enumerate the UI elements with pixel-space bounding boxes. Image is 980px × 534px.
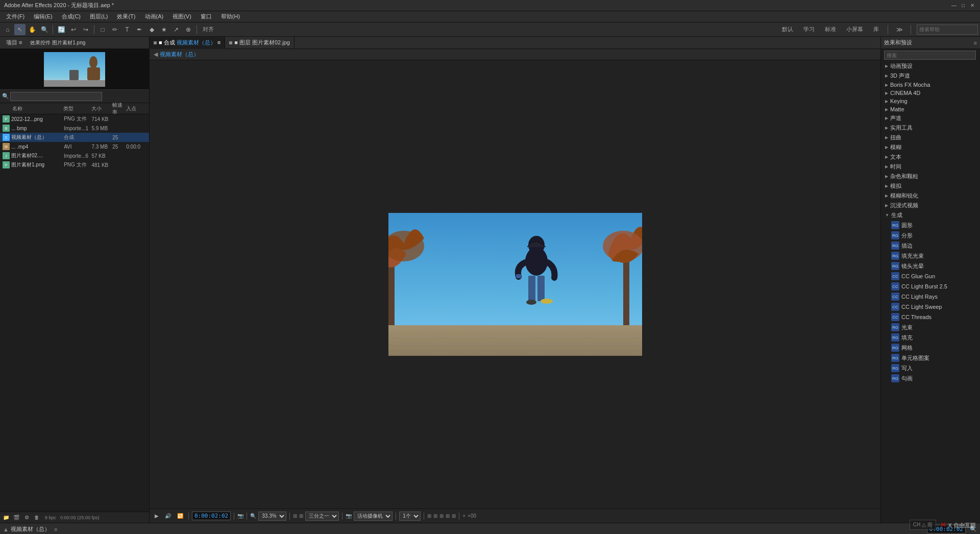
- camera-select[interactable]: 活动摄像机: [354, 512, 393, 521]
- effects-item-10[interactable]: RG 光束: [881, 322, 980, 332]
- watermark: CH △ 面 ✕ X 自由互联: [910, 520, 976, 530]
- redo-tool[interactable]: ↪: [80, 24, 91, 35]
- home-tool[interactable]: ⌂: [2, 24, 13, 35]
- workspace-small[interactable]: 小屏幕: [843, 26, 866, 33]
- menu-file[interactable]: 文件(F): [2, 12, 29, 21]
- effects-item-13[interactable]: RG 单元格图案: [881, 353, 980, 363]
- close-button[interactable]: ✕: [969, 2, 976, 9]
- effects-item-0[interactable]: RG 圆形: [881, 220, 980, 230]
- effects-item-1[interactable]: RG 分形: [881, 230, 980, 240]
- brush-tool[interactable]: ✒: [134, 24, 145, 35]
- effects-item-12[interactable]: RG 网格: [881, 343, 980, 353]
- menu-layer[interactable]: 图层(L): [86, 12, 112, 21]
- zoom-tool[interactable]: 🔍: [39, 24, 50, 35]
- effects-item-icon-12: RG: [891, 344, 899, 352]
- menu-comp[interactable]: 合成(C): [58, 12, 85, 21]
- settings-btn[interactable]: ⚙: [22, 514, 31, 522]
- minimize-button[interactable]: —: [950, 2, 958, 9]
- effects-controls-tab[interactable]: 效果控件 图片素材1.png: [27, 38, 88, 47]
- effects-cat-5[interactable]: ▶Matte: [881, 105, 980, 113]
- effects-item-15[interactable]: RG 勾画: [881, 373, 980, 383]
- pin-tool[interactable]: ⊕: [183, 24, 194, 35]
- project-search-input[interactable]: [10, 92, 102, 101]
- viewer-sep3: [247, 513, 247, 520]
- timeline-expand-icon[interactable]: ▲: [3, 526, 9, 532]
- effects-cat-14[interactable]: ▶模糊和锐化: [881, 191, 980, 201]
- effects-panel-menu-icon[interactable]: ≡: [974, 40, 977, 46]
- effects-cat-6[interactable]: ▶声道: [881, 113, 980, 123]
- effects-cat-13[interactable]: ▶模拟: [881, 181, 980, 191]
- menu-edit[interactable]: 编辑(E): [30, 12, 57, 21]
- zoom-select[interactable]: 33.3% 50% 100%: [258, 512, 286, 521]
- viewer-loop-btn[interactable]: 🔁: [175, 511, 185, 521]
- pen-tool[interactable]: ✏: [109, 24, 120, 35]
- undo-tool[interactable]: ↩: [68, 24, 79, 35]
- hand-tool[interactable]: ✋: [27, 24, 38, 35]
- effects-cat-16[interactable]: ▼生成: [881, 210, 980, 220]
- viewer-play-btn[interactable]: ▶: [153, 511, 161, 521]
- rotate-tool[interactable]: 🔄: [56, 24, 67, 35]
- effects-item-2[interactable]: RG 描边: [881, 240, 980, 251]
- effects-item-4[interactable]: RG 镜头光晕: [881, 261, 980, 271]
- text-tool[interactable]: T: [121, 24, 133, 35]
- effects-item-7[interactable]: CC CC Light Rays: [881, 292, 980, 302]
- grid-select[interactable]: 三分之一: [305, 512, 339, 521]
- menu-anim[interactable]: 动画(A): [141, 12, 168, 21]
- effects-cat-4[interactable]: ▶Keying: [881, 97, 980, 105]
- effects-cat-9[interactable]: ▶模糊: [881, 142, 980, 152]
- workspace-learn[interactable]: 学习: [800, 26, 818, 33]
- delete-btn[interactable]: 🗑: [33, 514, 41, 522]
- workspace-default[interactable]: 默认: [779, 26, 796, 33]
- menu-help[interactable]: 帮助(H): [217, 12, 244, 21]
- effects-cat-3[interactable]: ▶CINEMA 4D: [881, 89, 980, 97]
- effects-cat-0[interactable]: ▶动画预设: [881, 61, 980, 71]
- effects-item-9[interactable]: CC CC Threads: [881, 312, 980, 322]
- project-item-2[interactable]: C 视频素材（总） 合成 25: [0, 133, 149, 142]
- workspace-standard[interactable]: 标准: [822, 26, 839, 33]
- effects-cat-2[interactable]: ▶Boris FX Mocha: [881, 81, 980, 89]
- project-tab[interactable]: 项目 ≡: [3, 38, 25, 47]
- maximize-button[interactable]: □: [960, 2, 967, 9]
- project-item-3[interactable]: M ... .mp4 AVI 7.3 MB 25 0:00:0: [0, 142, 149, 151]
- eraser-tool[interactable]: ★: [158, 24, 169, 35]
- effects-cat-8[interactable]: ▶扭曲: [881, 133, 980, 142]
- effects-item-11[interactable]: RG 填充: [881, 332, 980, 343]
- menu-window[interactable]: 窗口: [197, 12, 216, 21]
- align-label[interactable]: 对齐: [200, 26, 217, 33]
- svg-point-3: [89, 56, 97, 68]
- effects-cat-7[interactable]: ▶实用工具: [881, 123, 980, 133]
- arrow-icon-13: ▶: [885, 184, 888, 188]
- effects-cat-15[interactable]: ▶沉浸式视频: [881, 201, 980, 210]
- effects-cat-1[interactable]: ▶3D 声道: [881, 71, 980, 81]
- effects-cat-12[interactable]: ▶杂色和颗粒: [881, 172, 980, 181]
- viewer-audio-btn[interactable]: 🔊: [163, 511, 173, 521]
- effects-search-input[interactable]: [884, 51, 976, 60]
- effects-item-5[interactable]: CC CC Glue Gun: [881, 271, 980, 281]
- new-comp-btn[interactable]: 🎬: [12, 514, 20, 522]
- project-item-1[interactable]: B ... bmp Importe...1 5.9 MB: [0, 124, 149, 133]
- effects-cat-11[interactable]: ▶时间: [881, 162, 980, 172]
- view-count-select[interactable]: 1个 2个: [399, 512, 421, 521]
- workspace-library[interactable]: 库: [870, 26, 882, 33]
- project-item-0[interactable]: P 2022-12...png PNG 文件 714 KB: [0, 114, 149, 124]
- timeline-menu-icon[interactable]: ≡: [54, 526, 57, 532]
- expand-icon[interactable]: ≫: [894, 24, 905, 35]
- layer-tab-img[interactable]: ■ 图层 图片素材02.jpg: [225, 37, 295, 49]
- effects-item-14[interactable]: RG 写入: [881, 363, 980, 373]
- effects-item-8[interactable]: CC CC Light Sweep: [881, 302, 980, 312]
- menu-view[interactable]: 视图(V): [168, 12, 195, 21]
- stamp-tool[interactable]: ◆: [146, 24, 157, 35]
- viewer-timecode[interactable]: 0:00:02:02: [192, 512, 231, 520]
- project-item-4[interactable]: J 图片素材02.... Importe...6 57 KB: [0, 151, 149, 160]
- effects-item-3[interactable]: RG 填充光束: [881, 251, 980, 261]
- rect-tool[interactable]: □: [97, 24, 108, 35]
- effects-cat-10[interactable]: ▶文本: [881, 152, 980, 162]
- comp-tab-video[interactable]: ■ 合成 视频素材（总） ≡: [150, 37, 225, 49]
- project-item-5[interactable]: P 图片素材1.png PNG 文件 481 KB: [0, 160, 149, 169]
- effects-item-6[interactable]: CC CC Light Burst 2.5: [881, 281, 980, 292]
- new-folder-btn[interactable]: 📁: [2, 514, 10, 522]
- search-input[interactable]: [917, 25, 978, 35]
- select-tool[interactable]: ↖: [14, 24, 26, 35]
- menu-effect[interactable]: 效果(T): [113, 12, 139, 21]
- camera-tool[interactable]: ↗: [170, 24, 182, 35]
